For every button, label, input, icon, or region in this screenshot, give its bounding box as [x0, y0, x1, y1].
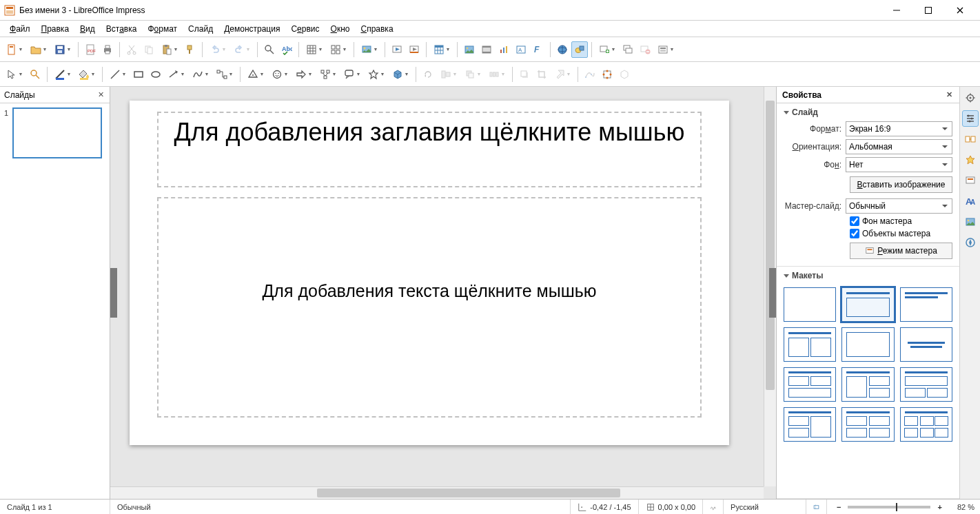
start-first-slide-button[interactable]: [389, 41, 405, 58]
chk-master-bg[interactable]: [850, 216, 859, 226]
menu-file[interactable]: Файл: [4, 22, 36, 36]
lines-arrows-tool[interactable]: ▼: [165, 66, 188, 83]
tab-transition-icon[interactable]: [962, 131, 979, 147]
layout-title-only[interactable]: [900, 287, 952, 322]
insert-av-button[interactable]: [478, 41, 495, 58]
close-button[interactable]: [944, 0, 976, 21]
slides-panel-close[interactable]: ✕: [96, 90, 105, 100]
status-view-mode[interactable]: Обычный: [110, 500, 571, 514]
insert-textbox-button[interactable]: A: [513, 41, 529, 58]
new-slide-button[interactable]: ▼: [595, 41, 619, 58]
status-fit-icon[interactable]: [806, 500, 827, 514]
block-arrows-tool[interactable]: ▼: [292, 66, 316, 83]
insert-chart-button[interactable]: [496, 41, 512, 58]
display-views-button[interactable]: ▼: [327, 41, 350, 58]
sidebar-settings-icon[interactable]: [962, 90, 979, 106]
layout-content-only[interactable]: [841, 327, 894, 362]
line-color-tool[interactable]: ▼: [51, 66, 74, 83]
section-slide[interactable]: Слайд: [784, 107, 952, 117]
menu-tools[interactable]: Сервис: [285, 22, 325, 36]
layout-blank[interactable]: [784, 287, 836, 322]
connectors-tool[interactable]: ▼: [213, 66, 236, 83]
new-button[interactable]: ▼: [3, 41, 26, 58]
layout-four-content[interactable]: [841, 407, 894, 442]
layout-2left-1right[interactable]: [784, 407, 836, 442]
title-placeholder[interactable]: Для добавления заглавия щёлкните мышью: [157, 112, 702, 187]
section-layouts[interactable]: Макеты: [784, 271, 952, 280]
fill-color-tool[interactable]: ▼: [75, 66, 99, 83]
chk-master-obj[interactable]: [850, 229, 859, 238]
slide-thumb-1[interactable]: 1: [4, 107, 105, 158]
clone-format-button[interactable]: [182, 41, 198, 58]
menu-format[interactable]: Формат: [142, 22, 183, 36]
horizontal-scrollbar[interactable]: [110, 486, 764, 499]
curves-tool[interactable]: ▼: [189, 66, 212, 83]
background-combo[interactable]: Нет: [846, 157, 952, 172]
layout-title-content[interactable]: [841, 287, 894, 322]
start-current-slide-button[interactable]: [406, 41, 422, 58]
tab-gallery-icon[interactable]: [962, 214, 979, 230]
format-combo[interactable]: Экран 16:9: [846, 121, 952, 136]
menu-window[interactable]: Окно: [325, 22, 356, 36]
sidebar-close[interactable]: ✕: [944, 90, 954, 100]
insert-hyperlink-button[interactable]: [554, 41, 571, 58]
layout-six-content[interactable]: [900, 407, 952, 442]
callouts-tool[interactable]: ▼: [340, 66, 364, 83]
minimize-button[interactable]: [881, 0, 912, 21]
zoom-value[interactable]: 82 %: [952, 503, 980, 511]
menu-edit[interactable]: Правка: [36, 22, 75, 36]
menu-insert[interactable]: Вставка: [101, 22, 143, 36]
status-signature-icon[interactable]: [703, 500, 724, 514]
master-mode-btn[interactable]: Режим мастера: [850, 243, 952, 259]
layout-two-content[interactable]: [784, 327, 836, 362]
master-slide-button[interactable]: ▼: [358, 41, 381, 58]
paste-button[interactable]: ▼: [158, 41, 181, 58]
basic-shapes-tool[interactable]: ▼: [244, 66, 267, 83]
flowchart-tool[interactable]: ▼: [316, 66, 340, 83]
zoom-controls[interactable]: − +: [827, 500, 952, 514]
insert-image-button[interactable]: [461, 41, 478, 58]
duplicate-slide-button[interactable]: [620, 41, 636, 58]
tab-properties-icon[interactable]: [962, 110, 979, 127]
tab-master-icon[interactable]: [962, 172, 979, 189]
find-replace-button[interactable]: [261, 41, 278, 58]
menu-view[interactable]: Вид: [74, 22, 101, 36]
left-splitter[interactable]: [110, 268, 117, 318]
tab-styles-icon[interactable]: AA: [962, 193, 979, 209]
select-tool[interactable]: ▼: [3, 66, 26, 83]
ellipse-tool[interactable]: [147, 66, 164, 83]
layout-2top-1bottom[interactable]: [784, 367, 836, 402]
tab-animation-icon[interactable]: [962, 152, 979, 168]
line-tool[interactable]: ▼: [106, 66, 130, 83]
open-button[interactable]: ▼: [27, 41, 50, 58]
slide-layout-button[interactable]: ▼: [654, 41, 677, 58]
spellcheck-button[interactable]: Abc: [278, 41, 295, 58]
menu-slide[interactable]: Слайд: [183, 22, 218, 36]
tab-navigator-icon[interactable]: [962, 234, 979, 251]
right-splitter[interactable]: [769, 268, 776, 318]
zoom-tool[interactable]: [27, 66, 43, 83]
layout-centered-text[interactable]: [900, 327, 952, 362]
menu-help[interactable]: Справка: [355, 22, 398, 36]
3d-objects-tool[interactable]: ▼: [389, 66, 412, 83]
layout-1left-2right[interactable]: [841, 367, 894, 402]
layout-1top-2bottom[interactable]: [900, 367, 952, 402]
slide-canvas[interactable]: Для добавления заглавия щёлкните мышью Д…: [130, 101, 729, 445]
gluepoints-tool[interactable]: [599, 66, 615, 83]
table-button[interactable]: ▼: [430, 41, 453, 58]
status-language[interactable]: Русский: [724, 500, 806, 514]
content-placeholder[interactable]: Для добавления текста щёлкните мышью: [157, 197, 702, 418]
symbol-shapes-tool[interactable]: ▼: [268, 66, 292, 83]
export-pdf-button[interactable]: PDF: [82, 41, 99, 58]
master-combo[interactable]: Обычный: [846, 198, 952, 214]
insert-fontwork-button[interactable]: F: [530, 41, 547, 58]
orientation-combo[interactable]: Альбомная: [846, 139, 952, 154]
rectangle-tool[interactable]: [130, 66, 147, 83]
save-button[interactable]: ▼: [51, 41, 74, 58]
display-grid-button[interactable]: ▼: [303, 41, 326, 58]
show-draw-functions-button[interactable]: [571, 41, 588, 58]
insert-image-btn[interactable]: Вставить изображение: [850, 176, 952, 193]
stars-tool[interactable]: ▼: [365, 66, 388, 83]
menu-slideshow[interactable]: Демонстрация: [218, 22, 285, 36]
print-button[interactable]: [99, 41, 116, 58]
